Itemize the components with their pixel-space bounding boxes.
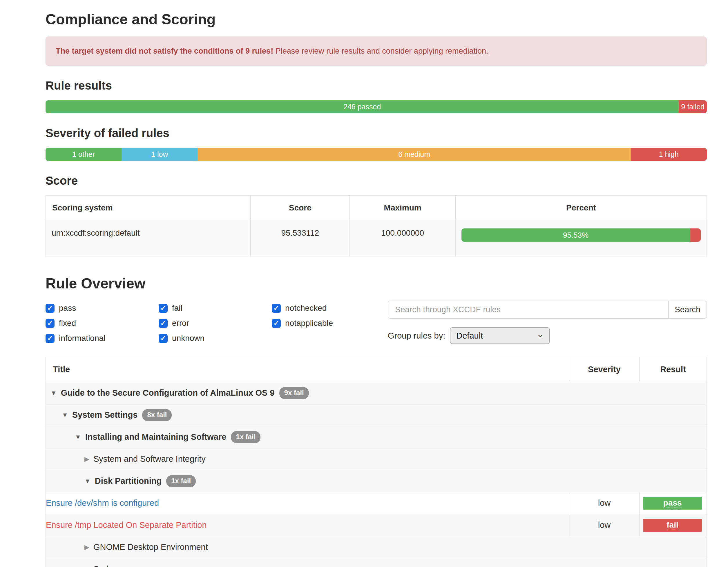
percent-cell: 95.53% xyxy=(455,220,707,257)
rule-results-bar: 246 passed9 failed xyxy=(46,100,707,113)
filter-label: pass xyxy=(59,303,76,313)
rule-overview-controls: ✓pass✓fail✓notchecked✓fixed✓error✓notapp… xyxy=(46,300,707,346)
filter-label: notapplicable xyxy=(285,318,333,328)
filter-item-error[interactable]: ✓error xyxy=(159,318,272,328)
expand-icon[interactable]: ▶ xyxy=(84,566,89,567)
filter-item-notchecked[interactable]: ✓notchecked xyxy=(272,303,388,313)
filter-item-fail[interactable]: ✓fail xyxy=(159,303,272,313)
fail-count-badge: 8x fail xyxy=(142,409,172,421)
score-table-header: Scoring systemScoreMaximumPercent xyxy=(46,196,707,220)
page-title: Compliance and Scoring xyxy=(46,11,707,28)
alert-text: Please review rule results and consider … xyxy=(273,47,488,55)
fail-checkbox[interactable]: ✓ xyxy=(159,304,168,313)
alert-bold-text: The target system did not satisfy the co… xyxy=(56,47,273,55)
filter-label: fail xyxy=(172,303,182,313)
group-label: Installing and Maintaining Software xyxy=(85,432,227,441)
fixed-checkbox[interactable]: ✓ xyxy=(46,319,55,328)
filter-label: informational xyxy=(59,334,105,343)
severity-bar: 1 other1 low6 medium1 high xyxy=(46,148,707,161)
rule-row: Ensure /dev/shm is configuredlowpass xyxy=(46,492,707,514)
expand-icon[interactable]: ▶ xyxy=(84,455,89,463)
filter-item-unknown[interactable]: ✓unknown xyxy=(159,334,272,343)
pass-checkbox[interactable]: ✓ xyxy=(46,304,55,313)
score-column-header: Maximum xyxy=(350,196,456,220)
group-row: ▼Disk Partitioning1x fail xyxy=(46,470,707,492)
filter-label: unknown xyxy=(172,334,204,343)
collapse-icon[interactable]: ▼ xyxy=(50,389,57,397)
unknown-checkbox[interactable]: ✓ xyxy=(159,334,168,343)
collapse-icon[interactable]: ▼ xyxy=(62,411,68,419)
rules-column-header-title: Title xyxy=(46,357,569,382)
score-table: Scoring systemScoreMaximumPercent urn:xc… xyxy=(46,195,707,257)
rule-link[interactable]: Ensure /tmp Located On Separate Partitio… xyxy=(46,520,207,530)
score-column-header: Percent xyxy=(455,196,707,220)
filter-label: fixed xyxy=(59,318,76,328)
search-input[interactable] xyxy=(388,300,668,318)
rule-link[interactable]: Ensure /dev/shm is configured xyxy=(46,498,159,508)
group-label: GNOME Desktop Environment xyxy=(93,542,208,552)
group-by-row: Group rules by: Default ⌄ xyxy=(388,327,707,344)
group-row: ▼System Settings8x fail xyxy=(46,404,707,426)
group-title-cell[interactable]: ▶GNOME Desktop Environment xyxy=(46,536,707,558)
rule-title-cell: Ensure /tmp Located On Separate Partitio… xyxy=(46,514,569,536)
rules-table: TitleSeverityResult ▼Guide to the Secure… xyxy=(46,357,707,567)
notchecked-checkbox[interactable]: ✓ xyxy=(272,304,281,313)
score-table-body: urn:xccdf:scoring:default95.533112100.00… xyxy=(46,220,707,257)
group-by-select[interactable]: Default xyxy=(450,327,550,344)
result-badge-text: fail xyxy=(667,520,678,530)
collapse-icon[interactable]: ▼ xyxy=(75,433,81,441)
report-page: Compliance and Scoring The target system… xyxy=(0,11,728,567)
result-cell: pass xyxy=(640,492,707,514)
fail-count-badge: 9x fail xyxy=(279,387,309,399)
rules-column-header-severity: Severity xyxy=(569,357,640,382)
filter-label: notchecked xyxy=(285,303,327,313)
passed-segment: 246 passed xyxy=(46,100,679,113)
search-input-group: Search xyxy=(388,300,707,318)
score-cell: 95.533112 xyxy=(251,220,350,257)
percent-bar-fail xyxy=(690,229,701,242)
result-cell: fail xyxy=(640,514,707,536)
informational-checkbox[interactable]: ✓ xyxy=(46,334,55,343)
group-title-cell[interactable]: ▼Disk Partitioning1x fail xyxy=(46,470,707,492)
group-label: Guide to the Secure Configuration of Alm… xyxy=(61,388,275,397)
scoring-system-cell: urn:xccdf:scoring:default xyxy=(46,220,251,257)
group-label: System and Software Integrity xyxy=(93,454,206,463)
filter-item-informational[interactable]: ✓informational xyxy=(46,334,159,343)
severity-heading: Severity of failed rules xyxy=(46,127,707,140)
rules-table-body: ▼Guide to the Secure Configuration of Al… xyxy=(46,382,707,567)
group-label: System Settings xyxy=(72,410,138,419)
search-area: Search Group rules by: Default ⌄ xyxy=(388,300,707,344)
group-label: Sudo xyxy=(93,564,113,567)
group-by-select-wrap: Default ⌄ xyxy=(450,327,550,344)
result-badge-text: pass xyxy=(663,498,682,508)
score-column-header: Scoring system xyxy=(46,196,251,220)
rule-results-heading: Rule results xyxy=(46,79,707,92)
score-column-header: Score xyxy=(251,196,350,220)
group-title-cell[interactable]: ▶Sudo xyxy=(46,558,707,567)
group-title-cell[interactable]: ▼Installing and Maintaining Software1x f… xyxy=(46,426,707,448)
fail-count-badge: 1x fail xyxy=(231,431,260,443)
result-badge-pass: pass xyxy=(643,497,702,510)
severity-cell: low xyxy=(569,492,640,514)
expand-icon[interactable]: ▶ xyxy=(84,544,89,551)
group-row: ▼Guide to the Secure Configuration of Al… xyxy=(46,382,707,404)
filter-item-fixed[interactable]: ✓fixed xyxy=(46,318,159,328)
filter-item-notapplicable[interactable]: ✓notapplicable xyxy=(272,318,388,328)
group-row: ▶GNOME Desktop Environment xyxy=(46,536,707,558)
search-button[interactable]: Search xyxy=(668,300,707,318)
rule-title-cell: Ensure /dev/shm is configured xyxy=(46,492,569,514)
group-row: ▶System and Software Integrity xyxy=(46,448,707,470)
group-title-cell[interactable]: ▼Guide to the Secure Configuration of Al… xyxy=(46,382,707,404)
error-checkbox[interactable]: ✓ xyxy=(159,319,168,328)
group-title-cell[interactable]: ▶System and Software Integrity xyxy=(46,448,707,470)
group-title-cell[interactable]: ▼System Settings8x fail xyxy=(46,404,707,426)
collapse-icon[interactable]: ▼ xyxy=(84,477,91,485)
medium-segment: 6 medium xyxy=(198,148,631,161)
rules-column-header-result: Result xyxy=(640,357,707,382)
notapplicable-checkbox[interactable]: ✓ xyxy=(272,319,281,328)
result-filter-checkboxes: ✓pass✓fail✓notchecked✓fixed✓error✓notapp… xyxy=(46,300,388,346)
filter-item-pass[interactable]: ✓pass xyxy=(46,303,159,313)
fail-count-badge: 1x fail xyxy=(166,475,196,487)
rules-table-header: TitleSeverityResult xyxy=(46,357,707,382)
low-segment: 1 low xyxy=(122,148,198,161)
